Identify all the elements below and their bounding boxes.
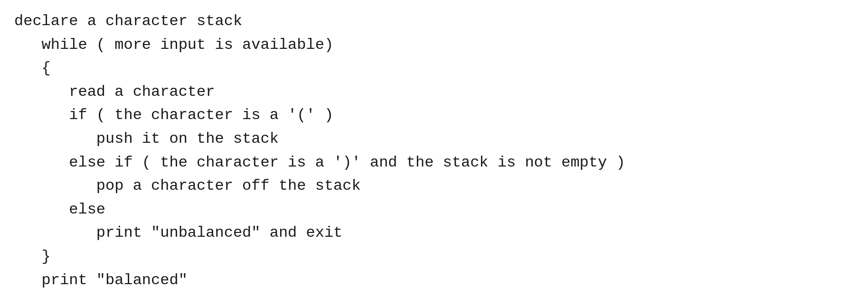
code-line: if ( the character is a '(' ) xyxy=(14,103,854,127)
code-line: read a character xyxy=(14,80,854,104)
code-line: print "balanced" xyxy=(14,269,854,292)
code-line: push it on the stack xyxy=(14,127,854,151)
code-line: print "unbalanced" and exit xyxy=(14,221,854,245)
code-line: else xyxy=(14,198,854,222)
code-line: { xyxy=(14,56,854,80)
code-line: else if ( the character is a ')' and the… xyxy=(14,151,854,175)
code-display: declare a character stack while ( more i… xyxy=(14,9,854,292)
code-line: } xyxy=(14,245,854,269)
code-line: declare a character stack xyxy=(14,9,854,33)
code-line: pop a character off the stack xyxy=(14,174,854,198)
code-line: while ( more input is available) xyxy=(14,33,854,57)
